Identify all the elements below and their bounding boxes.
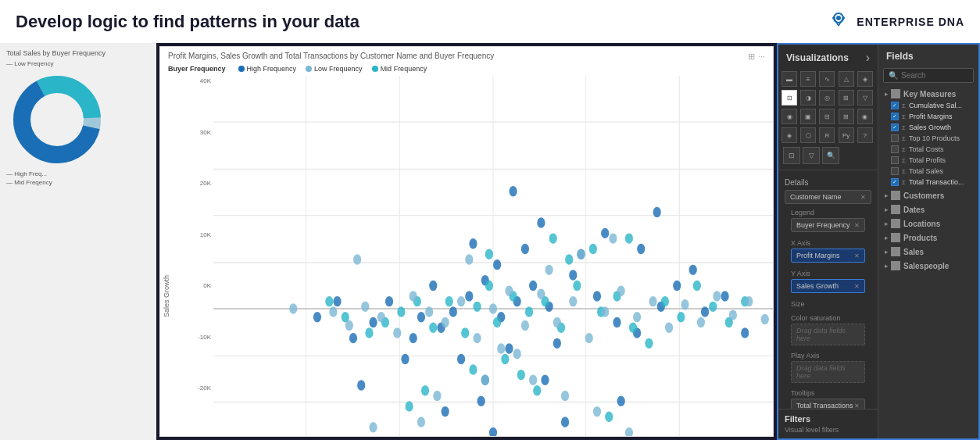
viz-table-icon[interactable]: ⊟: [819, 109, 835, 124]
legend-label-low: Low Frequency: [314, 65, 363, 73]
legend-field-pill[interactable]: Buyer Frequency ✕: [791, 218, 865, 232]
y-axis-section-label: Y Axis: [791, 270, 865, 277]
svg-point-134: [529, 375, 537, 385]
legend-field-remove[interactable]: ✕: [854, 222, 860, 229]
viz-card-icon[interactable]: ▣: [800, 109, 816, 124]
field-check-total-sales[interactable]: [891, 167, 899, 175]
y-axis-field-remove[interactable]: ✕: [854, 283, 860, 290]
field-check-profit-margins[interactable]: ✓: [891, 113, 899, 120]
salespeople-label: Salespeople: [903, 262, 949, 270]
viz-ribbon-chart-icon[interactable]: ◈: [857, 71, 873, 87]
viz-donut-icon[interactable]: ◎: [819, 90, 835, 106]
details-field-text: Customer Name: [790, 193, 842, 201]
field-check-total-transactions[interactable]: ✓: [891, 178, 899, 186]
x-axis-field-remove[interactable]: ✕: [854, 252, 860, 259]
field-item-sales-growth[interactable]: ✓ Σ Sales Growth: [882, 122, 975, 133]
play-axis-label: Play Axis: [791, 352, 865, 360]
viz-py-icon[interactable]: Py: [839, 127, 854, 143]
svg-point-156: [625, 427, 633, 437]
legend-item-high: High Frequency: [238, 65, 297, 73]
field-check-total-costs[interactable]: [891, 145, 899, 153]
field-check-sales-growth[interactable]: ✓: [891, 123, 899, 131]
viz-area-chart-icon[interactable]: △: [839, 71, 854, 87]
field-item-total-transactions[interactable]: ✓ Σ Total Transactio...: [882, 177, 975, 188]
viz-filled-map-icon[interactable]: ◈: [781, 127, 797, 143]
svg-point-144: [697, 317, 705, 327]
field-check-total-profits[interactable]: [891, 156, 899, 164]
svg-point-89: [469, 364, 477, 374]
salespeople-color-icon: [891, 261, 900, 270]
customers-color-icon: [891, 191, 900, 200]
expand-icon[interactable]: ⊞: [748, 52, 755, 62]
products-header[interactable]: ▸ Products: [882, 231, 975, 244]
brand-logo-icon: [827, 10, 850, 34]
svg-point-128: [617, 286, 625, 296]
viz-azure-map-icon[interactable]: ⬡: [800, 127, 816, 143]
field-name-sales-growth: Sales Growth: [909, 123, 951, 131]
tooltips-field-remove[interactable]: ✕: [854, 402, 860, 410]
svg-point-57: [561, 417, 569, 427]
y-axis-field-pill[interactable]: Sales Growth ✕: [791, 279, 865, 293]
dates-label: Dates: [903, 206, 925, 214]
field-item-profit-margins[interactable]: ✓ Σ Profit Margins: [882, 111, 975, 122]
y-axis-section: Y Axis Sales Growth ✕: [785, 267, 871, 298]
viz-format-icon[interactable]: ⊡: [783, 147, 800, 164]
field-item-total-costs[interactable]: Σ Total Costs: [882, 144, 975, 155]
more-options-icon[interactable]: ···: [758, 52, 765, 62]
viz-icons-row2: ⊡ ◑ ◎ ⊞ ▽: [778, 88, 878, 107]
locations-group: ▸ Locations: [882, 217, 975, 230]
svg-point-139: [665, 322, 673, 332]
products-expand-icon: ▸: [885, 234, 888, 241]
field-check-cumulative[interactable]: ✓: [891, 102, 899, 109]
viz-qna-icon[interactable]: ?: [857, 127, 873, 143]
tooltips-field-pill[interactable]: Total Transactions ✕: [791, 399, 865, 409]
viz-funnel-icon[interactable]: ▽: [857, 90, 873, 106]
x-axis-field-pill[interactable]: Profit Margins ✕: [791, 249, 865, 263]
details-field-pill[interactable]: Customer Name ✕: [785, 190, 871, 204]
donut-chart: [6, 69, 108, 170]
field-item-top10[interactable]: Σ Top 10 Products: [882, 133, 975, 144]
key-measures-header[interactable]: ▸ Key Measures: [882, 88, 975, 100]
legend-section: Legend Buyer Frequency ✕: [785, 206, 871, 237]
viz-filter-icon[interactable]: ▽: [803, 147, 820, 164]
field-name-total-sales: Total Sales: [909, 167, 943, 175]
details-field-remove[interactable]: ✕: [860, 194, 866, 201]
field-icon-profit-margins: Σ: [902, 113, 906, 120]
field-icon-total-sales: Σ: [902, 168, 906, 175]
field-item-total-profits[interactable]: Σ Total Profits: [882, 155, 975, 166]
field-check-top10[interactable]: [891, 134, 899, 142]
viz-r-icon[interactable]: R: [819, 127, 835, 143]
customers-header[interactable]: ▸ Customers: [882, 189, 975, 202]
donut-legend-mid: — Mid Freqency: [6, 179, 52, 186]
viz-expand-icon[interactable]: ›: [866, 51, 870, 65]
viz-stacked-bar-icon[interactable]: ≡: [800, 71, 816, 87]
sales-header[interactable]: ▸ Sales: [882, 245, 975, 258]
size-label-text: Size: [791, 300, 865, 308]
viz-map-icon[interactable]: ◉: [857, 109, 873, 124]
svg-point-63: [333, 296, 341, 306]
field-item-cumulative[interactable]: ✓ Σ Cumulative Sal...: [882, 100, 975, 111]
field-name-total-costs: Total Costs: [909, 145, 944, 153]
scatter-chart-panel: Profit Margins, Sales Growth and Total T…: [159, 46, 774, 437]
locations-header[interactable]: ▸ Locations: [882, 217, 975, 230]
search-input[interactable]: [901, 71, 968, 80]
search-box[interactable]: 🔍: [883, 68, 974, 83]
svg-point-121: [442, 317, 449, 327]
sales-color-icon: [891, 247, 900, 256]
field-item-total-sales[interactable]: Σ Total Sales: [882, 166, 975, 177]
viz-matrix-icon[interactable]: ⊞: [839, 109, 854, 124]
salespeople-header[interactable]: ▸ Salespeople: [882, 259, 975, 272]
viz-bar-chart-icon[interactable]: ▬: [781, 71, 797, 87]
scatter-area: Sales Growth 40K 30K 20K 10K 0K -10K -20…: [160, 76, 773, 437]
viz-treemap-icon[interactable]: ⊞: [839, 90, 854, 106]
dates-header[interactable]: ▸ Dates: [882, 203, 975, 216]
viz-gauge-icon[interactable]: ◉: [781, 109, 797, 124]
svg-point-126: [601, 306, 609, 317]
salespeople-group: ▸ Salespeople: [882, 259, 975, 272]
viz-icons-row4: ◈ ⬡ R Py ?: [778, 126, 878, 145]
viz-scatter-icon[interactable]: ⊡: [781, 90, 797, 106]
viz-pie-icon[interactable]: ◑: [800, 90, 816, 106]
svg-point-95: [589, 244, 597, 254]
viz-line-chart-icon[interactable]: ∿: [819, 71, 835, 87]
viz-analytics-icon[interactable]: 🔍: [822, 147, 839, 164]
